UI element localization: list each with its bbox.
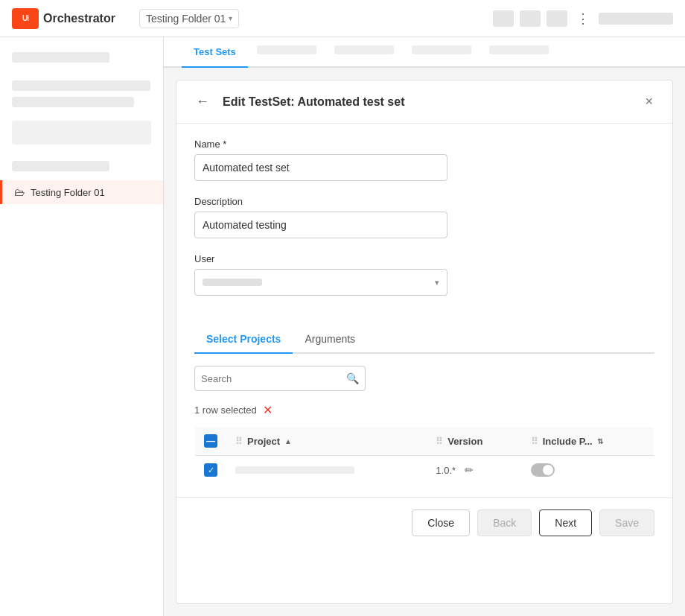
tab-placeholder-3 [412,45,471,54]
search-input[interactable] [201,373,342,384]
sort-asc-icon[interactable]: ▲ [284,437,292,445]
select-chevron-icon: ▾ [435,278,439,288]
nav-icon-2[interactable] [520,10,541,27]
sidebar-placeholder-3 [12,97,134,107]
sidebar-item-label: Testing Folder 01 [31,187,105,198]
folder-name: Testing Folder 01 [146,13,226,25]
table-header-row: — ⠿ Project ▲ ⠿ [195,427,654,456]
th-include: ⠿ Include P... ⇅ [522,427,654,456]
row-selected-bar: 1 row selected ✕ [176,400,672,426]
close-panel-button[interactable]: × [640,92,657,111]
main-layout: 🗁 Testing Folder 01 Test Sets ← Edit Tes… [0,37,685,616]
form-body: Name * Description User ▾ [176,124,672,326]
search-icon: 🔍 [346,372,359,384]
logo: Ui Orchestrator [12,8,115,29]
edit-version-icon[interactable]: ✏ [465,464,474,476]
app-name: Orchestrator [43,12,115,25]
row-checkbox[interactable]: ✓ [204,463,217,477]
sort-toggle-icon[interactable]: ⇅ [597,437,603,445]
th-project: ⠿ Project ▲ [226,427,427,456]
th-include-drag-icon: ⠿ [531,436,538,447]
sidebar-item-testing-folder[interactable]: 🗁 Testing Folder 01 [0,180,163,204]
chevron-down-icon: ▾ [229,14,232,22]
minus-icon: — [206,436,215,446]
panel: ← Edit TestSet: Automated test set × Nam… [176,80,673,604]
td-include [522,456,654,485]
close-button[interactable]: Close [412,509,470,536]
inner-tabs: Select Projects Arguments [194,326,654,354]
back-icon-button[interactable]: ← [191,92,214,111]
sidebar-placeholder-1 [12,52,109,63]
sidebar-placeholder-4 [12,161,109,171]
nav-icon-3[interactable] [547,10,567,27]
search-box: 🔍 [194,366,366,391]
th-project-drag-icon: ⠿ [235,436,243,447]
td-checkbox: ✓ [195,456,227,485]
nav-icon-1[interactable] [493,10,514,27]
include-toggle[interactable] [531,463,555,477]
tab-placeholder-1 [257,45,316,54]
name-label: Name * [194,139,654,150]
folder-selector[interactable]: Testing Folder 01 ▾ [139,9,239,28]
user-field-group: User ▾ [194,253,654,296]
panel-footer: Close Back Next Save [176,497,672,548]
panel-title: Edit TestSet: Automated test set [223,95,640,109]
tab-placeholder-2 [334,45,394,54]
description-field-group: Description [194,196,654,238]
th-version: ⠿ Version [427,427,521,456]
row-selected-text: 1 row selected [194,404,257,416]
th-project-label: Project [247,436,280,447]
project-name-placeholder [235,466,354,474]
user-bar [599,13,673,25]
back-button: Back [477,509,532,536]
th-include-label: Include P... [543,436,593,447]
sidebar-block-1 [12,121,151,145]
tab-test-sets[interactable]: Test Sets [182,37,248,68]
th-version-drag-icon: ⠿ [436,436,443,447]
description-input[interactable] [194,212,447,238]
name-field-group: Name * [194,139,654,181]
sidebar: 🗁 Testing Folder 01 [0,37,164,616]
panel-header: ← Edit TestSet: Automated test set × [176,80,672,124]
select-value-placeholder [203,279,262,286]
table-row: ✓ 1.0.* ✏ [195,456,654,485]
clear-selection-button[interactable]: ✕ [263,403,273,417]
select-all-checkbox[interactable]: — [204,434,217,448]
tab-bar: Test Sets [164,37,685,68]
user-label: User [194,253,654,264]
folder-icon: 🗁 [14,186,25,198]
description-label: Description [194,196,654,207]
th-checkbox: — [195,427,227,456]
td-project-name [226,456,427,485]
th-version-label: Version [447,436,482,447]
td-version: 1.0.* ✏ [427,456,521,485]
user-select[interactable]: ▾ [194,269,447,296]
tab-arguments[interactable]: Arguments [293,326,367,354]
projects-table: — ⠿ Project ▲ ⠿ [194,426,654,485]
version-value: 1.0.* [436,465,456,476]
tab-placeholder-4 [489,45,549,54]
sidebar-placeholder-2 [12,80,150,91]
check-icon: ✓ [208,466,214,475]
search-container: 🔍 [194,366,654,391]
navbar: Ui Orchestrator Testing Folder 01 ▾ ⋮ [0,0,685,37]
navbar-right: ⋮ [493,7,673,30]
content-area: Test Sets ← Edit TestSet: Automated test… [164,37,685,616]
uipath-logo-icon: Ui [12,8,39,29]
more-options-icon[interactable]: ⋮ [573,7,593,30]
save-button: Save [599,509,654,536]
logo-text: Ui [22,14,28,22]
tab-select-projects[interactable]: Select Projects [194,326,293,354]
name-input[interactable] [194,154,447,181]
next-button[interactable]: Next [539,509,592,536]
